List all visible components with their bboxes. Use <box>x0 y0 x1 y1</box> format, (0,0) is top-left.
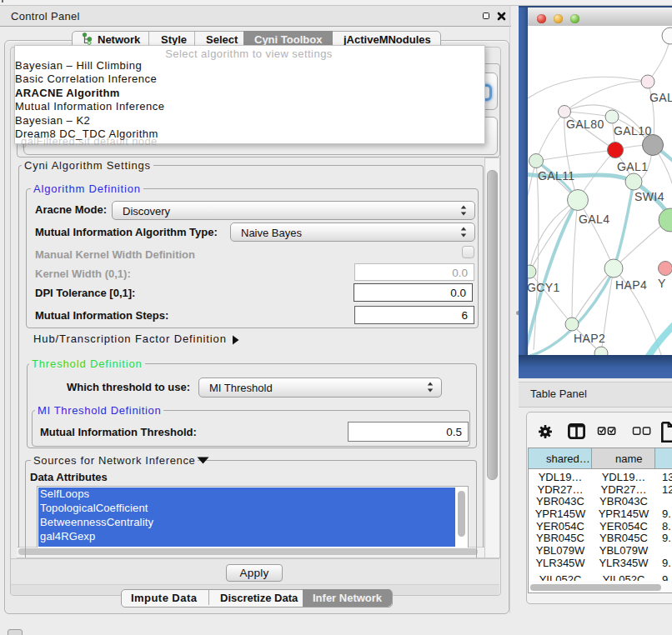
svg-text:GAL2: GAL2 <box>649 91 672 104</box>
svg-text:GAL4: GAL4 <box>579 212 609 226</box>
svg-text:GAL1: GAL1 <box>617 160 648 173</box>
svg-text:GAL11: GAL11 <box>538 169 575 182</box>
svg-text:GAL10: GAL10 <box>614 124 652 138</box>
svg-text:HAP2: HAP2 <box>574 332 605 345</box>
svg-text:HAP4: HAP4 <box>615 278 647 292</box>
svg-text:SWI4: SWI4 <box>634 190 664 203</box>
svg-text:Y: Y <box>658 277 666 290</box>
svg-text:GAL80: GAL80 <box>566 118 604 131</box>
svg-text:GCY1: GCY1 <box>528 281 560 294</box>
